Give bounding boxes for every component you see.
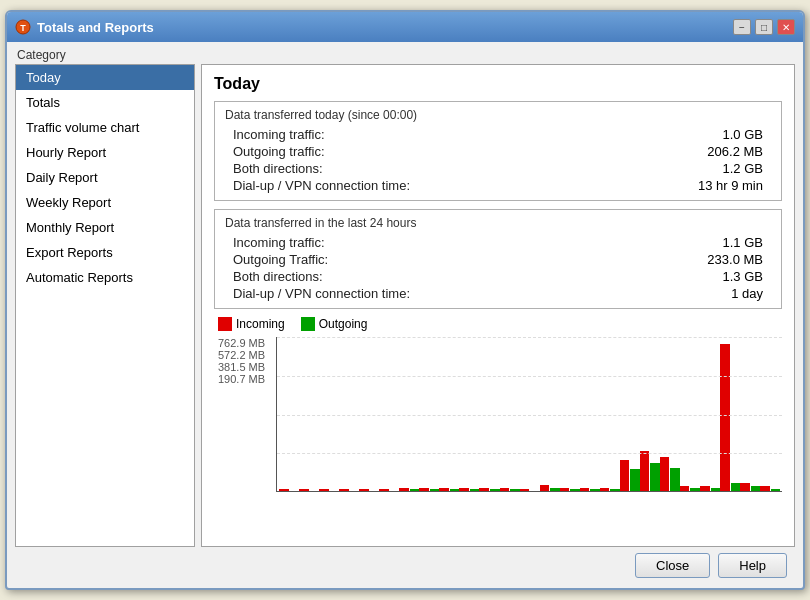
bar-group (479, 488, 499, 491)
bar-incoming (560, 488, 570, 491)
bar-incoming (299, 489, 309, 491)
main-window: T Totals and Reports − □ ✕ Category Toda… (5, 10, 805, 590)
bar-group (720, 344, 740, 491)
bar-group (640, 451, 660, 491)
grid-line (277, 415, 782, 416)
sidebar-item-weekly-report[interactable]: Weekly Report (16, 190, 194, 215)
bar-incoming (520, 489, 530, 491)
sidebar-item-today[interactable]: Today (16, 65, 194, 90)
bar-group (439, 488, 459, 491)
bar-incoming (600, 488, 610, 491)
help-button[interactable]: Help (718, 553, 787, 578)
legend-incoming: Incoming (218, 317, 285, 331)
close-button[interactable]: Close (635, 553, 710, 578)
outgoing-color-box (301, 317, 315, 331)
legend-outgoing: Outgoing (301, 317, 368, 331)
minimize-button[interactable]: − (733, 19, 751, 35)
row-value: 206.2 MB (707, 144, 763, 159)
bar-incoming (319, 489, 329, 491)
row-label: Incoming traffic: (233, 235, 325, 250)
sidebar-item-traffic-volume-chart[interactable]: Traffic volume chart (16, 115, 194, 140)
bar-outgoing (650, 463, 660, 491)
section2-rows: Incoming traffic:1.1 GBOutgoing Traffic:… (225, 234, 771, 302)
chart-legend: Incoming Outgoing (214, 317, 782, 331)
grid-line (277, 376, 782, 377)
svg-text:T: T (20, 23, 26, 33)
bar-group (279, 489, 299, 491)
incoming-label: Incoming (236, 317, 285, 331)
bar-incoming (459, 488, 469, 491)
bar-group (600, 488, 620, 491)
sidebar-item-automatic-reports[interactable]: Automatic Reports (16, 265, 194, 290)
data-row: Incoming traffic:1.0 GB (225, 126, 771, 143)
title-controls: − □ ✕ (733, 19, 795, 35)
maximize-button[interactable]: □ (755, 19, 773, 35)
bar-outgoing (490, 489, 500, 491)
bar-incoming (379, 489, 389, 491)
sidebar-item-hourly-report[interactable]: Hourly Report (16, 140, 194, 165)
chart-wrapper: 762.9 MB572.2 MB381.5 MB190.7 MB 1314151… (276, 337, 782, 348)
bottom-bar: Close Help (15, 547, 795, 580)
bar-group (459, 488, 479, 491)
bar-group (379, 489, 399, 491)
row-label: Dial-up / VPN connection time: (233, 178, 410, 193)
bar-group (760, 486, 780, 491)
y-axis-label: 572.2 MB (218, 349, 265, 361)
close-window-button[interactable]: ✕ (777, 19, 795, 35)
sidebar: TodayTotalsTraffic volume chartHourly Re… (15, 64, 195, 547)
bar-incoming (580, 488, 590, 491)
sidebar-item-export-reports[interactable]: Export Reports (16, 240, 194, 265)
sidebar-item-daily-report[interactable]: Daily Report (16, 165, 194, 190)
bar-incoming (339, 489, 349, 491)
bar-outgoing (771, 489, 781, 491)
bar-incoming (479, 488, 489, 491)
row-value: 13 hr 9 min (698, 178, 763, 193)
sidebar-item-monthly-report[interactable]: Monthly Report (16, 215, 194, 240)
section1-rows: Incoming traffic:1.0 GBOutgoing traffic:… (225, 126, 771, 194)
bar-group (740, 483, 760, 491)
bar-outgoing (510, 489, 520, 491)
bar-incoming (740, 483, 750, 491)
bar-outgoing (590, 489, 600, 491)
bar-group (299, 489, 319, 491)
chart-area: Incoming Outgoing 762.9 MB572.2 MB381.5 … (214, 317, 782, 348)
window-body: Category TodayTotalsTraffic volume chart… (7, 42, 803, 588)
data-row: Outgoing traffic:206.2 MB (225, 143, 771, 160)
data-row: Dial-up / VPN connection time:13 hr 9 mi… (225, 177, 771, 194)
bar-group (399, 488, 419, 491)
bar-outgoing (450, 489, 460, 491)
bar-incoming (720, 344, 730, 491)
bar-group (500, 488, 520, 491)
bar-incoming (359, 489, 369, 491)
window-title: Totals and Reports (37, 20, 154, 35)
bar-incoming (700, 486, 710, 491)
bar-group (419, 488, 439, 491)
row-value: 1.0 GB (723, 127, 763, 142)
bar-incoming (439, 488, 449, 491)
sidebar-item-totals[interactable]: Totals (16, 90, 194, 115)
category-label: Category (15, 48, 795, 62)
bar-outgoing (430, 489, 440, 491)
bar-group (520, 489, 540, 491)
bar-outgoing (610, 489, 620, 491)
grid-line (277, 337, 782, 338)
bar-incoming (540, 485, 550, 491)
row-value: 1 day (731, 286, 763, 301)
section-today: Data transferred today (since 00:00) Inc… (214, 101, 782, 201)
data-row: Incoming traffic:1.1 GB (225, 234, 771, 251)
row-label: Dial-up / VPN connection time: (233, 286, 410, 301)
bar-outgoing (470, 489, 480, 491)
bar-group (339, 489, 359, 491)
y-axis-label: 190.7 MB (218, 373, 265, 385)
section-24h-title: Data transferred in the last 24 hours (225, 216, 771, 230)
bar-group (319, 489, 339, 491)
bar-outgoing (711, 488, 721, 491)
bar-incoming (419, 488, 429, 491)
bar-group (620, 460, 640, 491)
app-icon: T (15, 19, 31, 35)
bar-incoming (660, 457, 670, 491)
bar-group (700, 486, 720, 491)
bar-group (359, 489, 379, 491)
bar-incoming (760, 486, 770, 491)
content-area: TodayTotalsTraffic volume chartHourly Re… (15, 64, 795, 547)
